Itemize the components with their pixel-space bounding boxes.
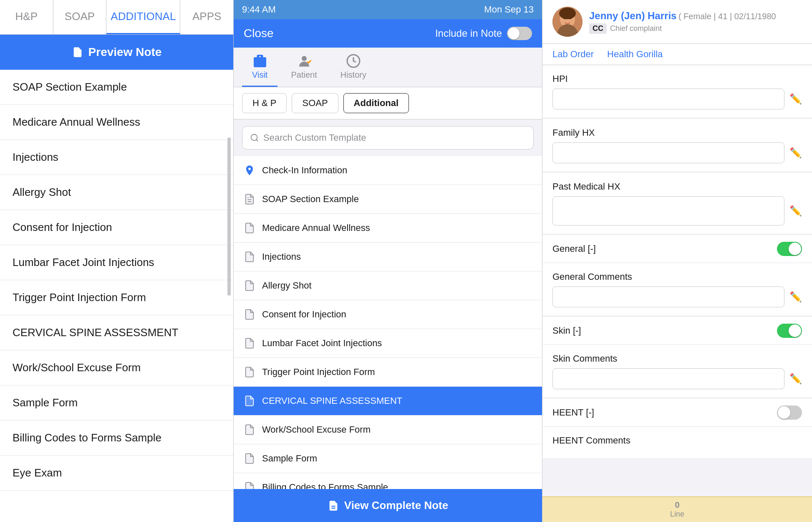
sub-tab-soap[interactable]: SOAP (292, 93, 338, 113)
hpi-edit-icon[interactable]: ✏️ (789, 93, 802, 105)
doc-icon (244, 453, 255, 464)
list-item[interactable]: Allergy Shot (0, 175, 233, 210)
template-item-allergy[interactable]: Allergy Shot (234, 271, 542, 300)
past-medical-hx-input[interactable] (552, 196, 784, 226)
past-medical-hx-edit-icon[interactable]: ✏️ (789, 205, 802, 217)
preview-note-button[interactable]: Preview Note (0, 35, 233, 70)
list-item[interactable]: Work/School Excuse Form (0, 350, 233, 385)
doc-icon (244, 366, 255, 378)
skin-label: Skin [-] (552, 325, 581, 336)
family-hx-input-row: ✏️ (552, 142, 802, 163)
template-item-billing[interactable]: Billing Codes to Forms Sample (234, 473, 542, 489)
heent-toggle[interactable] (777, 405, 802, 420)
template-item-sample[interactable]: Sample Form (234, 444, 542, 473)
list-item[interactable]: Consent for Injection (0, 210, 233, 245)
bottom-bar: 0 Line (542, 497, 812, 522)
sub-tab-hp[interactable]: H & P (242, 93, 287, 113)
skin-comments-section: Skin Comments ✏️ (542, 345, 812, 398)
lab-order-link[interactable]: Lab Order (552, 49, 594, 60)
heent-label: HEENT [-] (552, 407, 594, 418)
family-hx-input[interactable] (552, 142, 784, 163)
search-bar: Search Custom Template (242, 126, 534, 150)
list-item[interactable]: Trigger Point Injection Form (0, 280, 233, 315)
bottom-bar-number: 0 (675, 500, 679, 510)
skin-comments-input[interactable] (552, 368, 784, 389)
template-item-checkin[interactable]: Check-In Information (234, 156, 542, 185)
general-comments-edit-icon[interactable]: ✏️ (789, 291, 802, 303)
include-note-label: Include in Note (435, 28, 502, 39)
list-item[interactable]: Lumbar Facet Joint Injections (0, 245, 233, 280)
list-item[interactable]: CERVICAL SPINE ASSESSMENT (0, 315, 233, 350)
location-pin-icon (244, 165, 255, 176)
hpi-input-row: ✏️ (552, 89, 802, 109)
template-item-injections[interactable]: Injections (234, 243, 542, 271)
tab-soap[interactable]: SOAP (53, 0, 107, 34)
family-hx-label: Family HX (552, 127, 802, 138)
tab-history[interactable]: History (330, 48, 376, 87)
template-item-work[interactable]: Work/School Excuse Form (234, 416, 542, 444)
include-note-switch[interactable] (507, 27, 532, 40)
close-button[interactable]: Close (244, 27, 274, 40)
bottom-bar-label: Line (670, 510, 684, 519)
view-complete-note-button[interactable]: View Complete Note (234, 489, 542, 522)
list-item[interactable]: Sample Form (0, 385, 233, 421)
skin-comments-edit-icon[interactable]: ✏️ (789, 373, 802, 385)
patient-name: Jenny (Jen) Harris (589, 10, 676, 21)
status-date: Mon Sep 13 (484, 4, 534, 15)
note-icon (328, 500, 339, 512)
template-item-lumbar[interactable]: Lumbar Facet Joint Injections (234, 329, 542, 358)
svg-point-2 (251, 134, 257, 141)
doc-icon (244, 251, 255, 263)
doc-icon (244, 424, 255, 436)
tab-visit[interactable]: Visit (242, 48, 277, 87)
family-hx-edit-icon[interactable]: ✏️ (789, 147, 802, 159)
middle-panel: 9:44 AM Mon Sep 13 Close Include in Note… (234, 0, 542, 522)
hpi-label: HPI (552, 73, 802, 84)
health-gorilla-link[interactable]: Health Gorilla (607, 49, 663, 60)
template-item-consent[interactable]: Consent for Injection (234, 300, 542, 329)
template-list-middle: Check-In Information SOAP Section Exampl… (234, 156, 542, 489)
general-comments-section: General Comments ✏️ (542, 263, 812, 316)
avatar-image (552, 7, 583, 37)
nav-tabs: Visit Patient History (234, 48, 542, 87)
general-toggle-knob (789, 243, 801, 255)
list-item[interactable]: Injections (0, 140, 233, 175)
list-item[interactable]: SOAP Section Example (0, 70, 233, 105)
sub-tab-additional[interactable]: Additional (343, 93, 409, 113)
list-item[interactable]: Billing Codes to Forms Sample (0, 421, 233, 456)
heent-toggle-knob (778, 406, 790, 419)
hpi-input[interactable] (552, 89, 784, 109)
past-medical-hx-label: Past Medical HX (552, 181, 802, 192)
scrollbar[interactable] (227, 137, 231, 296)
list-item[interactable]: Medicare Annual Wellness (0, 105, 233, 140)
document-icon (72, 46, 83, 58)
status-bar: 9:44 AM Mon Sep 13 (234, 0, 542, 19)
general-comments-label: General Comments (552, 271, 802, 282)
patient-name-row: Jenny (Jen) Harris ( Female | 41 | 02/11… (589, 10, 802, 22)
doc-icon (244, 222, 255, 234)
tab-apps[interactable]: APPS (180, 0, 233, 34)
action-links: Lab Order Health Gorilla (542, 44, 812, 65)
doc-icon (244, 193, 255, 205)
avatar-svg (552, 7, 583, 37)
tab-patient[interactable]: Patient (281, 48, 327, 87)
hpi-section: HPI ✏️ (542, 65, 812, 118)
cc-badge: CC (589, 23, 607, 34)
template-item-soap[interactable]: SOAP Section Example (234, 185, 542, 214)
avatar (552, 7, 583, 37)
left-tab-bar: H&P SOAP ADDITIONAL APPS (0, 0, 233, 35)
patient-header: Jenny (Jen) Harris ( Female | 41 | 02/11… (542, 0, 812, 44)
skin-toggle[interactable] (777, 324, 802, 338)
search-icon (250, 133, 259, 142)
tab-hp[interactable]: H&P (0, 0, 53, 34)
general-toggle-row: General [-] (542, 235, 812, 263)
tab-additional[interactable]: ADDITIONAL (106, 0, 180, 34)
visit-icon (252, 53, 267, 68)
template-item-medicare[interactable]: Medicare Annual Wellness (234, 214, 542, 243)
template-item-cervical[interactable]: CERVICAL SPINE ASSESSMENT (234, 387, 542, 416)
general-comments-input[interactable] (552, 286, 784, 307)
list-item[interactable]: Eye Exam (0, 456, 233, 491)
general-toggle[interactable] (777, 242, 802, 256)
doc-icon (244, 309, 255, 320)
template-item-trigger[interactable]: Trigger Point Injection Form (234, 358, 542, 387)
